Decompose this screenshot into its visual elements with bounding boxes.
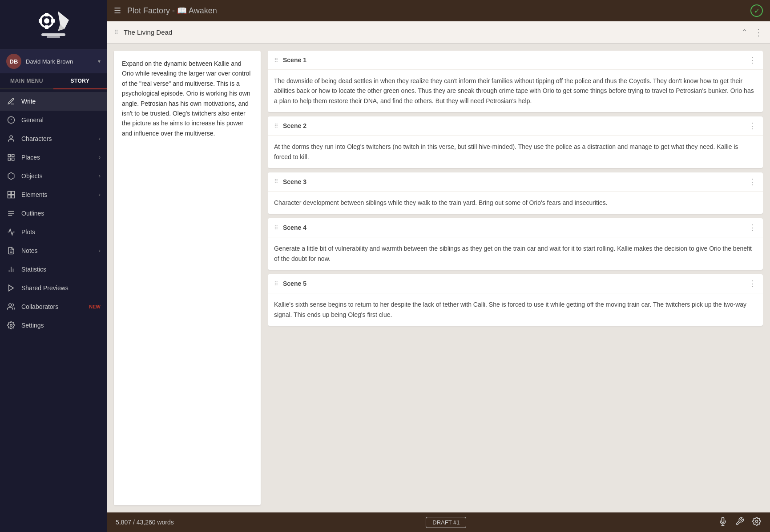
sidebar-item-shared-previews[interactable]: Shared Previews bbox=[0, 279, 107, 297]
svg-rect-15 bbox=[12, 158, 14, 160]
plots-icon bbox=[6, 227, 16, 237]
scene-5-menu-icon[interactable]: ⋮ bbox=[749, 280, 757, 288]
sidebar-item-places[interactable]: Places › bbox=[0, 148, 107, 167]
sync-status-icon: ✓ bbox=[750, 4, 763, 17]
scene-card-5: ⠿ Scene 5 ⋮ Kallie's sixth sense begins … bbox=[268, 274, 763, 326]
sidebar-item-write[interactable]: Write bbox=[0, 92, 107, 111]
user-profile[interactable]: DB David Mark Brown ▾ bbox=[0, 49, 107, 73]
characters-label: Characters bbox=[21, 135, 99, 142]
logo-area bbox=[0, 0, 107, 49]
sidebar: DB David Mark Brown ▾ MAIN MENU STORY Wr… bbox=[0, 0, 107, 532]
svg-rect-16 bbox=[8, 192, 11, 195]
scene-1-drag-handle[interactable]: ⠿ bbox=[274, 57, 278, 64]
svg-rect-17 bbox=[12, 192, 15, 195]
scene-1-body: The downside of being dead settles in wh… bbox=[268, 70, 763, 112]
collaborators-icon bbox=[6, 302, 16, 312]
outlines-icon bbox=[6, 208, 16, 218]
chapter-drag-handle[interactable]: ⠿ bbox=[114, 29, 118, 36]
scenes-panel: ⠿ Scene 1 ⋮ The downside of being dead s… bbox=[268, 51, 763, 505]
synopsis-panel: Expand on the dynamic between Kallie and… bbox=[114, 51, 261, 505]
tab-story[interactable]: STORY bbox=[53, 73, 107, 89]
scene-4-title: Scene 4 bbox=[283, 224, 749, 231]
svg-rect-7 bbox=[47, 36, 60, 38]
shared-previews-label: Shared Previews bbox=[21, 284, 101, 292]
tools-icon[interactable] bbox=[735, 517, 744, 528]
settings-icon bbox=[6, 320, 16, 330]
scene-2-body: At the dorms they run into Oleg's twitch… bbox=[268, 136, 763, 168]
svg-rect-2 bbox=[45, 13, 48, 16]
svg-rect-6 bbox=[41, 33, 65, 36]
scene-2-menu-icon[interactable]: ⋮ bbox=[749, 122, 757, 130]
sidebar-item-plots[interactable]: Plots bbox=[0, 223, 107, 241]
general-label: General bbox=[21, 116, 101, 124]
scene-5-drag-handle[interactable]: ⠿ bbox=[274, 280, 278, 287]
avatar: DB bbox=[6, 54, 21, 69]
scene-card-4: ⠿ Scene 4 ⋮ Generate a little bit of vul… bbox=[268, 218, 763, 270]
microphone-icon[interactable] bbox=[718, 517, 727, 528]
chapter-header: ⠿ The Living Dead ⌃ ⋮ bbox=[107, 21, 770, 44]
sidebar-nav: Write General Characters › Places › bbox=[0, 89, 107, 532]
scene-1-menu-icon[interactable]: ⋮ bbox=[749, 56, 757, 64]
content-area: Expand on the dynamic between Kallie and… bbox=[107, 44, 770, 512]
sidebar-item-characters[interactable]: Characters › bbox=[0, 129, 107, 148]
places-icon bbox=[6, 152, 16, 162]
collaborators-label: Collaborators bbox=[21, 303, 87, 310]
outlines-label: Outlines bbox=[21, 210, 101, 217]
svg-point-11 bbox=[10, 136, 12, 138]
statistics-label: Statistics bbox=[21, 266, 101, 273]
chapter-title: The Living Dead bbox=[124, 28, 172, 36]
shared-previews-icon bbox=[6, 283, 16, 293]
app-title: Plot Factory - 📖 Awaken bbox=[127, 6, 217, 16]
word-count: 5,807 / 43,260 words bbox=[116, 519, 174, 526]
plot-factory-label: Plot Factory bbox=[127, 6, 170, 15]
scene-5-title: Scene 5 bbox=[283, 280, 749, 287]
svg-rect-14 bbox=[8, 158, 10, 160]
statistics-icon bbox=[6, 264, 16, 274]
chapter-menu-icon[interactable]: ⋮ bbox=[754, 28, 763, 37]
characters-icon bbox=[6, 134, 16, 144]
elements-icon bbox=[6, 190, 16, 200]
scene-3-body: Character development between siblings w… bbox=[268, 192, 763, 214]
places-label: Places bbox=[21, 154, 99, 161]
scene-card-3: ⠿ Scene 3 ⋮ Character development betwee… bbox=[268, 172, 763, 214]
svg-rect-19 bbox=[12, 195, 15, 198]
scene-3-drag-handle[interactable]: ⠿ bbox=[274, 178, 278, 185]
scene-4-menu-icon[interactable]: ⋮ bbox=[749, 224, 757, 232]
sidebar-item-settings[interactable]: Settings bbox=[0, 316, 107, 335]
scene-4-drag-handle[interactable]: ⠿ bbox=[274, 224, 278, 231]
topbar: ☰ Plot Factory - 📖 Awaken ✓ bbox=[107, 0, 770, 21]
scene-card-1: ⠿ Scene 1 ⋮ The downside of being dead s… bbox=[268, 51, 763, 112]
scene-3-title: Scene 3 bbox=[283, 178, 749, 185]
scene-2-title: Scene 2 bbox=[283, 122, 749, 129]
sidebar-item-objects[interactable]: Objects › bbox=[0, 167, 107, 185]
sidebar-item-outlines[interactable]: Outlines bbox=[0, 204, 107, 223]
elements-label: Elements bbox=[21, 191, 99, 198]
notes-arrow: › bbox=[99, 248, 101, 254]
hamburger-icon[interactable]: ☰ bbox=[114, 6, 121, 16]
scene-2-drag-handle[interactable]: ⠿ bbox=[274, 123, 278, 129]
sidebar-item-notes[interactable]: Notes › bbox=[0, 241, 107, 260]
objects-arrow: › bbox=[99, 173, 101, 179]
svg-point-1 bbox=[44, 18, 49, 24]
main-content: ☰ Plot Factory - 📖 Awaken ✓ ⠿ The Living… bbox=[107, 0, 770, 532]
title-separator: - 📖 bbox=[172, 6, 189, 15]
sidebar-item-elements[interactable]: Elements › bbox=[0, 185, 107, 204]
tab-main-menu[interactable]: MAIN MENU bbox=[0, 73, 53, 88]
svg-rect-18 bbox=[8, 195, 11, 198]
scene-3-menu-icon[interactable]: ⋮ bbox=[749, 178, 757, 186]
draft-badge[interactable]: DRAFT #1 bbox=[426, 517, 466, 528]
sidebar-tab-bar: MAIN MENU STORY bbox=[0, 73, 107, 89]
places-arrow: › bbox=[99, 154, 101, 160]
sidebar-item-collaborators[interactable]: Collaborators NEW bbox=[0, 297, 107, 316]
chapter-collapse-icon[interactable]: ⌃ bbox=[741, 28, 748, 37]
svg-marker-28 bbox=[9, 285, 14, 291]
sidebar-item-general[interactable]: General bbox=[0, 111, 107, 129]
svg-point-29 bbox=[9, 304, 12, 306]
general-icon bbox=[6, 115, 16, 125]
svg-point-30 bbox=[10, 324, 12, 327]
sidebar-item-statistics[interactable]: Statistics bbox=[0, 260, 107, 279]
write-icon bbox=[6, 96, 16, 106]
user-name: David Mark Brown bbox=[26, 58, 73, 65]
svg-rect-12 bbox=[8, 154, 10, 156]
preferences-icon[interactable] bbox=[752, 517, 761, 528]
